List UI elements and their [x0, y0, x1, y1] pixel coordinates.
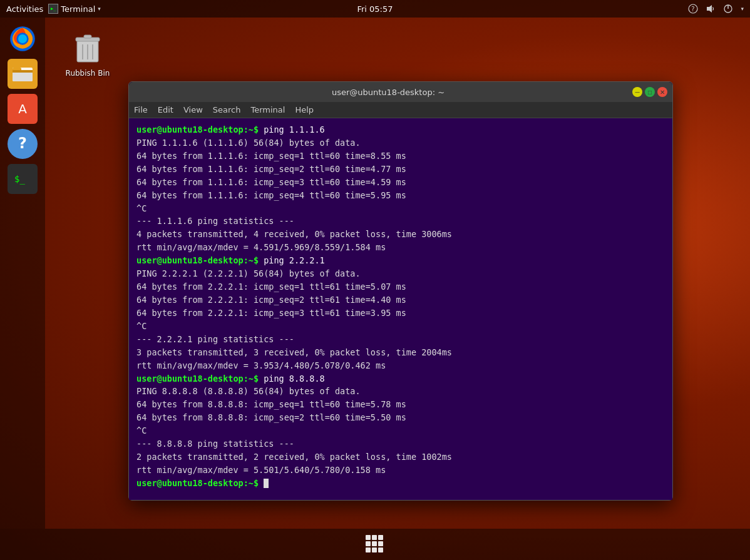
terminal-output-line: 64 bytes from 2.2.2.1: icmp_seq=1 ttl=61… — [136, 280, 665, 293]
terminal-content[interactable]: user@ubuntu18-desktop:~$ ping 1.1.1.6PIN… — [129, 118, 672, 500]
terminal-command: ping 1.1.1.6 — [264, 125, 325, 135]
terminal-icon: ▶_ — [48, 4, 58, 14]
terminal-output-line: PING 1.1.1.6 (1.1.1.6) 56(84) bytes of d… — [136, 136, 665, 150]
rubbish-bin-icon[interactable]: Rubbish Bin — [63, 31, 113, 78]
terminal-output-line: rtt min/avg/max/mdev = 3.953/4.480/5.078… — [136, 359, 665, 372]
dock-icon-firefox[interactable] — [8, 24, 38, 54]
terminal-output-line: 4 packets transmitted, 4 received, 0% pa… — [136, 228, 665, 241]
svg-rect-9 — [13, 71, 33, 81]
terminal-output-line: 64 bytes from 8.8.8.8: icmp_seq=2 ttl=60… — [136, 411, 665, 424]
terminal-prompt: user@ubuntu18-desktop:~$ — [136, 374, 264, 384]
svg-rect-20 — [84, 35, 91, 38]
menu-view[interactable]: View — [183, 105, 203, 115]
terminal-output-line: --- 8.8.8.8 ping statistics --- — [136, 437, 665, 451]
terminal-prompt: user@ubuntu18-desktop:~$ — [136, 255, 264, 265]
terminal-output-line: PING 8.8.8.8 (8.8.8.8) 56(84) bytes of d… — [136, 385, 665, 398]
terminal-cursor — [264, 479, 269, 488]
menu-search[interactable]: Search — [213, 105, 241, 115]
system-dropdown-arrow[interactable]: ▾ — [741, 6, 744, 12]
terminal-output-line: 64 bytes from 8.8.8.8: icmp_seq=1 ttl=60… — [136, 398, 665, 411]
minimize-button[interactable]: ─ — [632, 87, 642, 97]
terminal-output-line: PING 2.2.2.1 (2.2.2.1) 56(84) bytes of d… — [136, 267, 665, 280]
terminal-output-line: ^C — [136, 202, 665, 215]
topbar: Activities ▶_ Terminal ▾ Fri 05:57 ? ▾ — [0, 0, 750, 18]
svg-marker-2 — [707, 5, 712, 13]
terminal-output-line: 64 bytes from 1.1.1.6: icmp_seq=1 ttl=60… — [136, 150, 665, 163]
menu-terminal[interactable]: Terminal — [250, 105, 285, 115]
terminal-command: ping 8.8.8.8 — [264, 374, 325, 384]
bottom-bar — [0, 529, 750, 560]
terminal-window: user@ubuntu18-desktop: ~ ─ □ ✕ File Edit… — [128, 81, 673, 501]
terminal-output-line: ^C — [136, 424, 665, 437]
terminal-output-line: rtt min/avg/max/mdev = 4.591/5.969/8.559… — [136, 241, 665, 254]
trash-icon — [73, 31, 103, 66]
rubbish-bin-label: Rubbish Bin — [66, 69, 110, 78]
terminal-prompt: user@ubuntu18-desktop:~$ — [136, 125, 264, 135]
terminal-output-line: rtt min/avg/max/mdev = 5.501/5.640/5.780… — [136, 464, 665, 477]
terminal-output-line: 64 bytes from 1.1.1.6: icmp_seq=2 ttl=60… — [136, 163, 665, 176]
svg-text:A: A — [18, 101, 27, 116]
terminal-output-line: 64 bytes from 1.1.1.6: icmp_seq=3 ttl=60… — [136, 176, 665, 189]
terminal-output-line: 64 bytes from 2.2.2.1: icmp_seq=3 ttl=61… — [136, 307, 665, 320]
terminal-menu-label: Terminal — [61, 4, 95, 14]
terminal-output-line: 64 bytes from 1.1.1.6: icmp_seq=4 ttl=60… — [136, 189, 665, 202]
topbar-clock[interactable]: Fri 05:57 — [357, 4, 393, 14]
topbar-left: Activities ▶_ Terminal ▾ — [6, 4, 101, 14]
terminal-prompt: user@ubuntu18-desktop:~$ — [136, 478, 264, 488]
terminal-output-line: ^C — [136, 320, 665, 333]
terminal-output-line: 64 bytes from 2.2.2.1: icmp_seq=2 ttl=61… — [136, 293, 665, 307]
dock-icon-terminal[interactable]: $_ — [8, 164, 38, 194]
dock-icon-files[interactable] — [8, 59, 38, 89]
terminal-menubar: File Edit View Search Terminal Help — [129, 102, 672, 118]
window-buttons: ─ □ ✕ — [632, 87, 667, 97]
svg-text:?: ? — [18, 135, 27, 152]
menu-file[interactable]: File — [134, 105, 148, 115]
menu-edit[interactable]: Edit — [158, 105, 173, 115]
maximize-button[interactable]: □ — [645, 87, 655, 97]
terminal-command: ping 2.2.2.1 — [264, 255, 325, 265]
topbar-right: ? ▾ — [688, 4, 744, 14]
terminal-dropdown-arrow: ▾ — [98, 6, 101, 12]
terminal-menu-button[interactable]: ▶_ Terminal ▾ — [48, 4, 100, 14]
dock-icon-software[interactable]: A — [8, 94, 38, 124]
svg-text:$_: $_ — [14, 174, 25, 185]
terminal-output-line: 3 packets transmitted, 3 received, 0% pa… — [136, 346, 665, 359]
svg-text:?: ? — [692, 6, 695, 13]
activities-button[interactable]: Activities — [6, 4, 43, 14]
svg-rect-11 — [13, 70, 33, 73]
terminal-title: user@ubuntu18-desktop: ~ — [144, 88, 632, 97]
terminal-titlebar: user@ubuntu18-desktop: ~ ─ □ ✕ — [129, 82, 672, 102]
help-icon[interactable]: ? — [688, 4, 698, 14]
dock-icon-help[interactable]: ? — [8, 129, 38, 159]
terminal-output-line: --- 1.1.1.6 ping statistics --- — [136, 215, 665, 228]
menu-help[interactable]: Help — [295, 105, 314, 115]
terminal-output-line: 2 packets transmitted, 2 received, 0% pa… — [136, 451, 665, 464]
volume-icon[interactable] — [706, 4, 716, 14]
svg-point-7 — [18, 34, 27, 43]
dock: A ? $_ — [0, 18, 45, 529]
power-icon[interactable] — [723, 4, 733, 14]
close-button[interactable]: ✕ — [657, 87, 667, 97]
show-applications-button[interactable] — [366, 535, 384, 554]
terminal-output-line: --- 2.2.2.1 ping statistics --- — [136, 333, 665, 346]
